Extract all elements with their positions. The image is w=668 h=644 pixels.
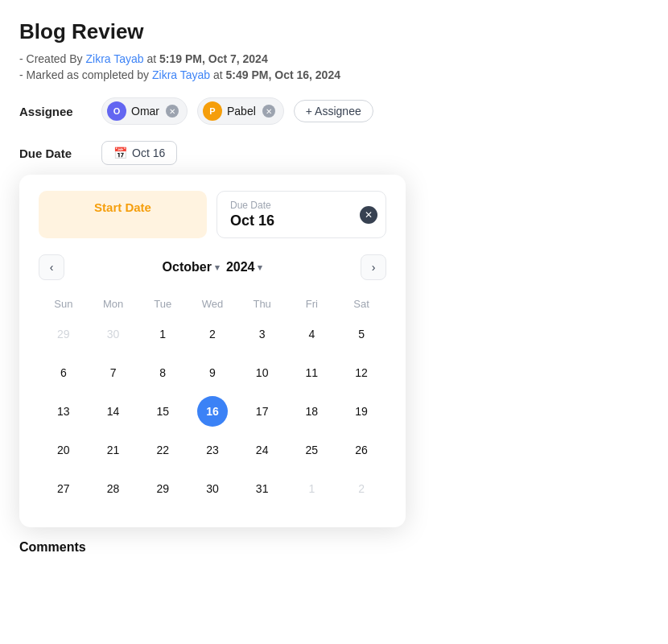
cal-header-sat: Sat xyxy=(336,293,386,315)
table-row[interactable]: 31 xyxy=(247,473,278,504)
table-row: 29 xyxy=(48,319,79,349)
due-date-section: Due Date 📅 Oct 16 xyxy=(19,141,649,165)
start-date-tab[interactable]: Start Date xyxy=(39,191,207,238)
table-row[interactable]: 8 xyxy=(147,357,178,388)
month-chevron-icon: ▾ xyxy=(215,262,220,273)
cal-header-fri: Fri xyxy=(287,293,337,315)
table-row[interactable]: 12 xyxy=(346,357,377,388)
table-row[interactable]: 30 xyxy=(197,473,228,504)
due-date-tab-value: Oct 16 xyxy=(230,213,373,229)
table-row[interactable]: 13 xyxy=(48,396,79,427)
assignee-section: Assignee O Omar ✕ P Pabel ✕ + Assignee xyxy=(19,97,649,125)
date-tabs: Start Date Due Date Oct 16 ✕ xyxy=(39,191,386,238)
due-date-button[interactable]: 📅 Oct 16 xyxy=(101,141,177,165)
due-date-value: Oct 16 xyxy=(132,147,165,159)
table-row[interactable]: 28 xyxy=(98,473,129,504)
created-by-link[interactable]: Zikra Tayab xyxy=(85,52,143,65)
table-row[interactable]: 15 xyxy=(147,396,178,427)
avatar-pabel: P xyxy=(203,101,222,121)
table-row[interactable]: 25 xyxy=(296,435,327,465)
prev-month-button[interactable]: ‹ xyxy=(39,254,64,280)
table-row[interactable]: 19 xyxy=(346,396,377,427)
month-year-display: October ▾ 2024 ▾ xyxy=(163,260,263,275)
table-row: 30 xyxy=(98,319,129,349)
assignee-chip-pabel[interactable]: P Pabel ✕ xyxy=(197,97,284,125)
cal-header-mon: Mon xyxy=(89,293,138,315)
table-row[interactable]: 14 xyxy=(98,396,129,427)
table-row[interactable]: 5 xyxy=(346,319,377,349)
calendar-popup: Start Date Due Date Oct 16 ✕ ‹ October ▾… xyxy=(19,175,406,527)
table-row[interactable]: 20 xyxy=(48,435,79,465)
remove-omar-button[interactable]: ✕ xyxy=(166,105,179,118)
clear-due-date-button[interactable]: ✕ xyxy=(360,206,377,224)
main-content-row: Start Date Due Date Oct 16 ✕ ‹ October ▾… xyxy=(19,165,649,527)
completed-meta: - Marked as completed by Zikra Tayab at … xyxy=(19,68,649,81)
table-row[interactable]: 17 xyxy=(247,396,278,427)
table-row[interactable]: 27 xyxy=(48,473,79,504)
table-row[interactable]: 22 xyxy=(147,435,178,465)
month-dropdown[interactable]: October ▾ xyxy=(163,260,220,275)
add-assignee-button[interactable]: + Assignee xyxy=(294,100,373,122)
table-row[interactable]: 21 xyxy=(98,435,129,465)
month-label: October xyxy=(163,260,212,275)
table-row: 2 xyxy=(346,473,377,504)
due-date-label: Due Date xyxy=(19,147,92,160)
assignee-name-pabel: Pabel xyxy=(227,105,256,118)
table-row[interactable]: 24 xyxy=(247,435,278,465)
due-date-tab[interactable]: Due Date Oct 16 ✕ xyxy=(216,191,386,238)
table-row[interactable]: 18 xyxy=(296,396,327,427)
table-row[interactable]: 1 xyxy=(147,319,178,349)
calendar-nav: ‹ October ▾ 2024 ▾ › xyxy=(39,254,386,280)
page-title: Blog Review xyxy=(19,19,649,44)
cal-header-sun: Sun xyxy=(39,293,89,315)
table-row: 1 xyxy=(296,473,327,504)
year-label: 2024 xyxy=(226,260,255,275)
next-month-button[interactable]: › xyxy=(361,254,386,280)
comments-label: Comments xyxy=(19,540,649,555)
table-row[interactable]: 26 xyxy=(346,435,377,465)
table-row[interactable]: 7 xyxy=(98,357,129,388)
assignee-label: Assignee xyxy=(19,105,92,118)
table-row[interactable]: 23 xyxy=(197,435,228,465)
remove-pabel-button[interactable]: ✕ xyxy=(262,105,275,118)
table-row[interactable]: 2 xyxy=(197,319,228,349)
table-row[interactable]: 6 xyxy=(48,357,79,388)
year-chevron-icon: ▾ xyxy=(258,262,262,273)
table-row[interactable]: 11 xyxy=(296,357,327,388)
created-meta: - Created By Zikra Tayab at 5:19 PM, Oct… xyxy=(19,52,649,65)
year-dropdown[interactable]: 2024 ▾ xyxy=(226,260,263,275)
cal-header-thu: Thu xyxy=(237,293,287,315)
table-row[interactable]: 3 xyxy=(247,319,278,349)
completed-by-link[interactable]: Zikra Tayab xyxy=(152,68,210,81)
avatar-omar: O xyxy=(107,101,126,121)
table-row[interactable]: 16 xyxy=(197,396,228,427)
table-row[interactable]: 29 xyxy=(147,473,178,504)
table-row[interactable]: 9 xyxy=(197,357,228,388)
cal-header-tue: Tue xyxy=(138,293,188,315)
due-date-tab-label: Due Date xyxy=(230,200,373,211)
calendar-icon: 📅 xyxy=(113,147,127,159)
table-row[interactable]: 10 xyxy=(247,357,278,388)
assignee-name-omar: Omar xyxy=(131,105,159,118)
table-row[interactable]: 4 xyxy=(296,319,327,349)
calendar-grid: SunMonTueWedThuFriSat 293012345678910111… xyxy=(39,293,386,508)
assignee-chip-omar[interactable]: O Omar ✕ xyxy=(101,97,188,125)
cal-header-wed: Wed xyxy=(188,293,237,315)
